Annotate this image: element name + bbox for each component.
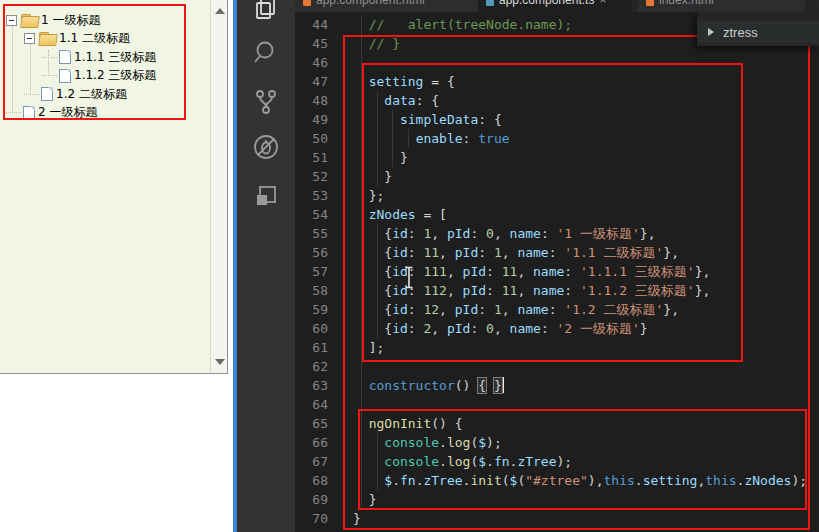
indent-guide [377, 224, 378, 338]
tab-label: app.component.ts [499, 0, 594, 7]
tree-node-label[interactable]: 1.1.2 三级标题 [74, 67, 156, 84]
line-number: 70 [295, 509, 328, 528]
line-number: 66 [295, 433, 328, 452]
code-line: 63 constructor() { } [295, 376, 819, 395]
code-line: 66 console.log($); [295, 433, 819, 452]
tab-app-component-html[interactable]: app.component.html [295, 0, 478, 12]
indent-guide [377, 91, 378, 186]
line-number: 59 [295, 300, 328, 319]
code-line: 62 [295, 357, 819, 376]
line-number: 53 [295, 186, 328, 205]
tab-strip: app.component.html app.component.ts× ind… [295, 0, 819, 12]
line-number: 48 [295, 91, 328, 110]
tree-node-label[interactable]: 1 一级标题 [41, 12, 100, 29]
ztress-label: ztress [723, 25, 758, 40]
line-number: 51 [295, 148, 328, 167]
browser-page: 1 一级标题1.1 二级标题1.1.1 三级标题1.1.2 三级标题1.2 二级… [0, 0, 233, 532]
code-editor[interactable]: 44 // alert(treeNode.name);45 // }4647 s… [295, 12, 819, 532]
tree-node-label[interactable]: 2 一级标题 [38, 104, 97, 121]
source-control-icon[interactable] [252, 87, 280, 115]
scroll-up-icon[interactable] [215, 8, 225, 14]
chevron-right-icon [708, 28, 714, 36]
activity-bar [237, 0, 295, 532]
scroll-down-icon[interactable] [215, 359, 225, 365]
line-number: 64 [295, 395, 328, 414]
code-line: 65 ngOnInit() { [295, 414, 819, 433]
code-line: 50 enable: true [295, 129, 819, 148]
ztress-tree-item[interactable]: ztress [697, 21, 819, 43]
tree-node-label[interactable]: 1.1 二级标题 [59, 30, 130, 47]
file-icon [59, 50, 71, 64]
line-number: 55 [295, 224, 328, 243]
code-line: 60 {id: 2, pId: 0, name: '2 一级标题'} [295, 319, 819, 338]
tree-node[interactable]: 1.1 二级标题 [0, 30, 210, 49]
ztree-panel: 1 一级标题1.1 二级标题1.1.1 三级标题1.1.2 三级标题1.2 二级… [0, 0, 228, 374]
line-number: 69 [295, 490, 328, 509]
code-line: 49 simpleData: { [295, 110, 819, 129]
line-number: 44 [295, 15, 328, 34]
tree-node-label[interactable]: 1.1.1 三级标题 [74, 49, 156, 66]
line-number: 65 [295, 414, 328, 433]
indent-guide [392, 110, 393, 167]
extensions-icon[interactable] [252, 182, 280, 210]
mouse-cursor-ibeam [404, 266, 414, 293]
code-line: 48 data: { [295, 91, 819, 110]
html-file-icon [646, 0, 654, 6]
tab-index-html[interactable]: index.html [638, 0, 805, 12]
line-number: 45 [295, 34, 328, 53]
line-number: 63 [295, 376, 328, 395]
code-line: 58 {id: 112, pId: 11, name: '1.1.2 三级标题'… [295, 281, 819, 300]
tab-app-component-ts[interactable]: app.component.ts× [478, 0, 632, 12]
code-line: 59 {id: 12, pId: 1, name: '1.2 二级标题'}, [295, 300, 819, 319]
tree-node[interactable]: 1 一级标题 [0, 11, 210, 30]
line-number: 61 [295, 338, 328, 357]
tree-collapse-icon[interactable] [6, 15, 17, 26]
tree-node[interactable]: 1.2 二级标题 [0, 85, 210, 104]
line-number: 67 [295, 452, 328, 471]
code-line: 51 } [295, 148, 819, 167]
debug-icon[interactable] [252, 133, 280, 161]
code-line: 55 {id: 1, pId: 0, name: '1 一级标题'}, [295, 224, 819, 243]
line-number: 58 [295, 281, 328, 300]
tree-node-label[interactable]: 1.2 二级标题 [56, 86, 127, 103]
code-line: 68 $.fn.zTree.init($("#ztree"),this.sett… [295, 471, 819, 490]
code-line: 47 setting = { [295, 72, 819, 91]
tab-close-icon[interactable]: × [599, 0, 606, 7]
line-number: 57 [295, 262, 328, 281]
tree-node[interactable]: 1.1.1 三级标题 [0, 48, 210, 67]
code-line: 67 console.log($.fn.zTree); [295, 452, 819, 471]
line-number: 50 [295, 129, 328, 148]
ztress-popup: ztress [697, 12, 819, 46]
file-icon [59, 69, 71, 83]
tree-scrollbar[interactable] [210, 0, 227, 373]
file-icon [41, 87, 53, 101]
tree-node[interactable]: 2 一级标题 [0, 104, 210, 123]
editor-lines: 44 // alert(treeNode.name);45 // }4647 s… [295, 12, 819, 528]
line-number: 54 [295, 205, 328, 224]
ztree[interactable]: 1 一级标题1.1 二级标题1.1.1 三级标题1.1.2 三级标题1.2 二级… [0, 0, 210, 373]
code-line: 64 [295, 395, 819, 414]
line-number: 47 [295, 72, 328, 91]
ts-file-icon [486, 0, 494, 6]
code-line: 54 zNodes = [ [295, 205, 819, 224]
code-line: 69 } [295, 490, 819, 509]
code-line: 52 } [295, 167, 819, 186]
tree-node[interactable]: 1.1.2 三级标题 [0, 67, 210, 86]
search-icon[interactable] [252, 38, 280, 66]
line-number: 46 [295, 53, 328, 72]
line-number: 60 [295, 319, 328, 338]
tab-label: app.component.html [316, 0, 425, 7]
code-line: 46 [295, 53, 819, 72]
tree-connector-stub [42, 75, 57, 76]
line-number: 52 [295, 167, 328, 186]
tree-collapse-icon[interactable] [24, 33, 35, 44]
folder-open-icon [21, 14, 38, 27]
code-line: 70} [295, 509, 819, 528]
indent-guide [408, 129, 409, 148]
line-number: 68 [295, 471, 328, 490]
explorer-icon[interactable] [252, 0, 280, 22]
tree-connector-stub [42, 57, 57, 58]
code-line: 61 ]; [295, 338, 819, 357]
code-line: 53 }; [295, 186, 819, 205]
line-number: 62 [295, 357, 328, 376]
